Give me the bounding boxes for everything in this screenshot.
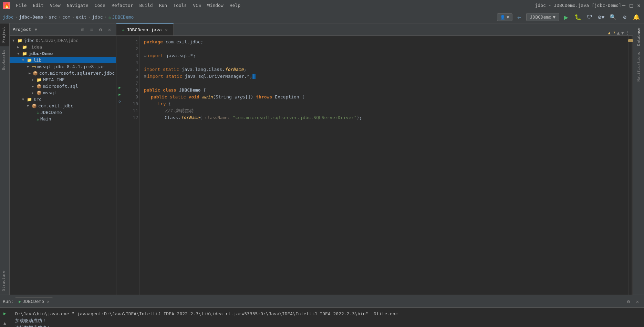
tree-item-mssql-jar[interactable]: ▼ 🗃 mssql-jdbc-8.4.1.jre8.jar	[10, 63, 116, 70]
tree-item-meta-inf[interactable]: ▶ 📁 META-INF	[10, 76, 116, 83]
sidebar-close-icon[interactable]: ✕	[106, 26, 113, 33]
database-tool-tab[interactable]: Database	[636, 25, 641, 49]
profile-switcher[interactable]: 👤▼	[497, 13, 512, 21]
tree-item-com-microsoft[interactable]: ▶ 📦 com.microsoft.sqlserver.jdbc	[10, 70, 116, 76]
run-tab-config[interactable]: ▶ JDBCDemo ✕	[15, 297, 53, 305]
bc-jdbcdemo[interactable]: ☕ JDBCDemo	[108, 14, 134, 20]
notifications-tool-tab[interactable]: Notifications	[636, 49, 641, 84]
back-button[interactable]: ←	[515, 12, 524, 22]
bc-sep5: ›	[88, 14, 91, 20]
tree-item-mssql[interactable]: ▶ 📦 mssql	[10, 89, 116, 96]
run-main-icon[interactable]: ▶	[118, 92, 121, 97]
menu-help[interactable]: Help	[227, 1, 243, 9]
bottom-close-icon[interactable]: ✕	[634, 298, 641, 305]
console-output-line-1: 加载驱动成功！	[15, 317, 640, 324]
minimize-button[interactable]: ─	[621, 3, 626, 8]
run-button[interactable]: ▶	[561, 12, 571, 22]
bc-exit[interactable]: exit	[76, 14, 86, 20]
menu-navigate[interactable]: Navigate	[64, 1, 91, 9]
menu-tools[interactable]: Tools	[170, 1, 189, 9]
tab-actions: ▲ 7 ▲ ▼ ⋮	[605, 30, 633, 35]
dropdown-icon: ▼	[553, 14, 555, 20]
menu-run[interactable]: Run	[156, 1, 170, 9]
settings-button[interactable]: ⚙	[620, 12, 630, 22]
editor-tabs: ☕ JDBCDemo.java ✕ ▲ 7 ▲ ▼ ⋮	[116, 23, 633, 36]
code-line-5: import static java.lang.Class.forName;	[144, 66, 624, 73]
bottom-tabs-bar: Run: ▶ JDBCDemo ✕ ⚙ ✕	[0, 295, 644, 308]
tree-item-jdbc[interactable]: ▼ 📁 jdbc D:\Java\IDEA\jdbc	[10, 37, 116, 44]
expand-all-icon[interactable]: ⊞	[79, 26, 86, 33]
menu-file[interactable]: File	[13, 1, 29, 9]
scroll-up-button[interactable]: ▲	[1, 319, 9, 327]
tab-jdbcdemo[interactable]: ☕ JDBCDemo.java ✕	[116, 23, 174, 35]
close-button[interactable]: ✕	[636, 3, 641, 8]
menu-edit[interactable]: Edit	[30, 1, 46, 9]
tab-close-icon[interactable]: ✕	[165, 28, 168, 32]
console-output: D:\Java\bin\java.exe "-javaagent:D:\Java…	[11, 308, 644, 327]
code-line-12: Class.forName( className: "com.microsoft…	[144, 114, 624, 121]
sidebar: Project ▼ ⊞ ≡ ⚙ ✕ ▼ 📁 jdbc D:\Java\IDEA\…	[10, 23, 116, 295]
tree-item-idea[interactable]: ▶ 📁 .idea	[10, 44, 116, 50]
more-run-options[interactable]: ⚙▼	[596, 12, 606, 22]
menu-refactor[interactable]: Refactor	[109, 1, 136, 9]
bottom-settings-icon[interactable]: ⚙	[625, 298, 632, 305]
tree-item-com-exit-jdbc[interactable]: ▼ 📦 com.exit.jdbc	[10, 103, 116, 109]
run-again-button[interactable]: ▶	[1, 309, 9, 317]
menu-vcs[interactable]: VCS	[190, 1, 204, 9]
menu-view[interactable]: View	[47, 1, 63, 9]
menu-code[interactable]: Code	[92, 1, 108, 9]
menu-build[interactable]: Build	[137, 1, 156, 9]
tab-label: JDBCDemo.java	[127, 27, 162, 32]
editor-right-scrollbar[interactable]	[628, 36, 633, 295]
window-controls: ─ □ ✕	[621, 3, 641, 8]
bottom-content: ▶ ▲ ▼ ↺ ⊞ 🖨 🗑 D:\Java\bin\java.exe "-jav…	[0, 308, 644, 327]
main-area: Project Bookmarks Structure Project ▼ ⊞ …	[0, 23, 644, 295]
run-class-icon[interactable]: ▶	[118, 85, 121, 90]
bc-jdbc-demo[interactable]: jdbc-Demo	[19, 14, 43, 20]
update-button[interactable]: 🔔	[632, 12, 641, 22]
left-tool-strip: Project Bookmarks Structure	[0, 23, 10, 295]
console-output-line-2: 连接数据库成功！	[15, 324, 640, 327]
tree-item-lib[interactable]: ▼ 📁 lib	[10, 57, 116, 63]
bc-sep3: ›	[58, 14, 61, 20]
run-config-dropdown[interactable]: JDBCDemo ▼	[526, 13, 559, 21]
bottom-panel: Run: ▶ JDBCDemo ✕ ⚙ ✕ ▶ ▲ ▼ ↺ ⊞ 🖨 🗑 D:\J…	[0, 295, 644, 327]
tree-item-jdbcdemo-file[interactable]: ☕ JDBCDemo	[10, 109, 116, 116]
editor-area: ☕ JDBCDemo.java ✕ ▲ 7 ▲ ▼ ⋮ ▶	[116, 23, 633, 295]
bc-com[interactable]: com	[62, 14, 70, 20]
line-numbers: 1 2 3 4 5 6 7 8 9 10 11 12	[123, 36, 140, 295]
search-button[interactable]: 🔍	[608, 12, 618, 22]
collapse-all-icon[interactable]: ≡	[88, 26, 95, 33]
menu-window[interactable]: Window	[205, 1, 226, 9]
bc-jdbc[interactable]: jdbc	[3, 14, 13, 20]
structure-tool-tab[interactable]: Structure	[0, 267, 9, 295]
sidebar-dropdown-icon[interactable]: ▼	[35, 27, 37, 32]
run-tab-label: JDBCDemo	[23, 299, 44, 304]
tree-item-microsoft-sql[interactable]: ▶ 📦 microsoft.sql	[10, 83, 116, 89]
chevron-down-icon[interactable]: ▼	[621, 30, 624, 35]
tree-item-src[interactable]: ▼ 📁 src	[10, 96, 116, 103]
coverage-button[interactable]: 🛡	[585, 12, 594, 22]
menu-bar: File Edit View Navigate Code Refactor Bu…	[13, 1, 535, 9]
tree-item-jdbc-demo[interactable]: ▼ 📁 jdbc-Demo	[10, 50, 116, 57]
bc-sep1: ›	[15, 14, 18, 20]
maximize-button[interactable]: □	[629, 3, 634, 8]
editor-gutter: ▶ ▶ ◇	[116, 36, 123, 295]
project-tool-tab[interactable]: Project	[0, 23, 9, 46]
tree-item-main-file[interactable]: ☕ Main	[10, 116, 116, 122]
breadcrumb-toolbar: jdbc › jdbc-Demo › src › com › exit › jd…	[0, 11, 644, 23]
debug-button[interactable]: 🐛	[573, 12, 583, 22]
sidebar-actions: ⊞ ≡ ⚙ ✕	[79, 26, 113, 33]
bookmarks-tool-tab[interactable]: Bookmarks	[0, 46, 9, 74]
bc-jdbc2[interactable]: jdbc	[92, 14, 103, 20]
run-config-name: JDBCDemo	[530, 14, 552, 20]
sidebar-settings-icon[interactable]: ⚙	[97, 26, 104, 33]
code-line-9: public static void main(String args[]) t…	[144, 94, 624, 101]
run-tab-icon: ▶	[19, 299, 21, 304]
try-fold-icon[interactable]: ◇	[118, 99, 121, 104]
code-editor[interactable]: package com.exit.jdbc; ⊟import java.sql.…	[140, 36, 628, 295]
bc-src[interactable]: src	[49, 14, 56, 20]
chevron-up-icon[interactable]: ▲	[617, 30, 620, 35]
run-tab-close[interactable]: ✕	[47, 299, 49, 304]
editor-settings-icon[interactable]: ⋮	[625, 30, 630, 35]
